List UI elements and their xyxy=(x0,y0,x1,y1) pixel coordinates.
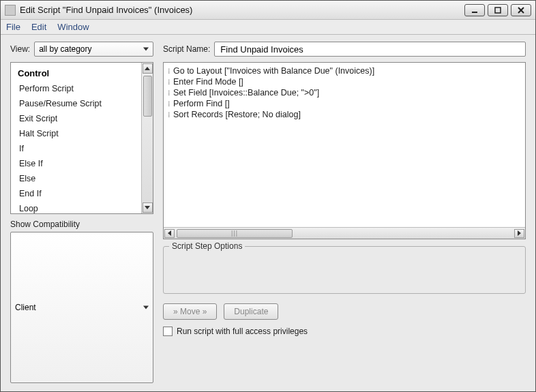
script-step[interactable]: ⁞Sort Records [Restore; No dialog] xyxy=(168,109,521,120)
hscroll-thumb[interactable]: ||| xyxy=(177,229,293,238)
menu-file[interactable]: File xyxy=(6,22,20,32)
script-step-text: Set Field [Invoices::Balance Due; ">0"] xyxy=(173,88,319,97)
script-name-value: Find Unpaid Invoices xyxy=(220,44,303,55)
script-step-options-group: Script Step Options xyxy=(163,246,526,294)
steps-hscrollbar[interactable]: ||| xyxy=(164,227,525,239)
script-step-text: Go to Layout ["Invoices with Balance Due… xyxy=(173,66,374,76)
menubar: File Edit Window xyxy=(1,20,535,35)
hscroll-left-button[interactable] xyxy=(164,229,175,238)
script-steps-list: ⁞Go to Layout ["Invoices with Balance Du… xyxy=(163,62,526,239)
script-step-text: Sort Records [Restore; No dialog] xyxy=(173,110,301,119)
view-row: View: all by category xyxy=(10,42,153,57)
script-name-input[interactable]: Find Unpaid Invoices xyxy=(214,42,526,57)
duplicate-button[interactable]: Duplicate xyxy=(224,303,278,320)
script-step[interactable]: ⁞Enter Find Mode [] xyxy=(168,76,521,87)
dialog-body: View: all by category Control Perform Sc… xyxy=(1,35,535,391)
edit-script-window: Edit Script "Find Unpaid Invoices" (Invo… xyxy=(0,0,536,392)
view-dropdown[interactable]: all by category xyxy=(34,42,153,57)
svg-rect-1 xyxy=(495,7,501,13)
titlebar: Edit Script "Find Unpaid Invoices" (Invo… xyxy=(1,1,535,20)
chevron-up-icon xyxy=(145,67,150,70)
script-step[interactable]: ⁞Set Field [Invoices::Balance Due; ">0"] xyxy=(168,87,521,98)
catalog-item[interactable]: If xyxy=(12,141,140,156)
script-step[interactable]: ⁞Go to Layout ["Invoices with Balance Du… xyxy=(168,65,521,76)
view-label: View: xyxy=(10,44,30,54)
catalog-scrollbar[interactable] xyxy=(141,63,153,213)
scroll-down-button[interactable] xyxy=(143,202,153,213)
minimize-button[interactable] xyxy=(464,4,485,16)
window-buttons xyxy=(464,4,531,16)
drag-handle-icon[interactable]: ⁞ xyxy=(168,67,169,76)
catalog-item[interactable]: Perform Script xyxy=(12,81,140,96)
catalog-item[interactable]: Exit Script xyxy=(12,111,140,126)
drag-handle-icon[interactable]: ⁞ xyxy=(168,78,169,87)
catalog-item[interactable]: Else If xyxy=(12,156,140,171)
menu-edit[interactable]: Edit xyxy=(31,22,46,32)
view-dropdown-value: all by category xyxy=(39,44,91,54)
move-button[interactable]: » Move » xyxy=(163,303,217,320)
scroll-thumb[interactable] xyxy=(143,76,152,117)
steps-inner: ⁞Go to Layout ["Invoices with Balance Du… xyxy=(164,63,525,227)
close-button[interactable] xyxy=(511,4,531,16)
maximize-button[interactable] xyxy=(488,4,508,16)
full-access-row: Run script with full access privileges xyxy=(163,327,526,336)
catalog-category-header: Control xyxy=(12,65,140,81)
script-name-row: Script Name: Find Unpaid Invoices xyxy=(163,42,526,57)
window-title: Edit Script "Find Unpaid Invoices" (Invo… xyxy=(20,5,464,15)
catalog-inner: Control Perform ScriptPause/Resume Scrip… xyxy=(11,63,141,213)
script-steps-catalog: Control Perform ScriptPause/Resume Scrip… xyxy=(10,62,153,214)
drag-handle-icon[interactable]: ⁞ xyxy=(168,100,169,108)
minimize-icon xyxy=(471,6,479,14)
script-step[interactable]: ⁞Perform Find [] xyxy=(168,98,521,109)
left-column: View: all by category Control Perform Sc… xyxy=(10,42,153,383)
right-column: Script Name: Find Unpaid Invoices ⁞Go to… xyxy=(163,42,526,383)
close-icon xyxy=(517,6,525,14)
scroll-up-button[interactable] xyxy=(143,63,153,74)
app-icon xyxy=(5,5,16,16)
drag-handle-icon[interactable]: ⁞ xyxy=(168,89,169,97)
script-name-label: Script Name: xyxy=(163,44,210,54)
hscroll-right-button[interactable] xyxy=(514,229,524,238)
catalog-item[interactable]: Loop xyxy=(12,201,140,213)
chevron-left-icon xyxy=(168,230,171,236)
catalog-item[interactable]: Else xyxy=(12,171,140,186)
chevron-right-icon xyxy=(518,230,521,236)
drag-handle-icon[interactable]: ⁞ xyxy=(168,110,169,119)
catalog-item[interactable]: Halt Script xyxy=(12,126,140,141)
show-compat-label: Show Compatibility xyxy=(10,220,153,229)
full-access-label: Run script with full access privileges xyxy=(177,327,308,336)
catalog-item[interactable]: End If xyxy=(12,186,140,201)
maximize-icon xyxy=(494,6,502,14)
chevron-down-icon xyxy=(145,206,150,209)
show-compat-value: Client xyxy=(15,303,36,312)
script-step-text: Perform Find [] xyxy=(173,99,230,108)
script-step-text: Enter Find Mode [] xyxy=(173,77,243,87)
menu-window[interactable]: Window xyxy=(57,22,89,32)
catalog-item[interactable]: Pause/Resume Script xyxy=(12,96,140,111)
full-access-checkbox[interactable] xyxy=(163,327,173,336)
button-row: » Move » Duplicate xyxy=(163,303,526,320)
script-step-options-label: Script Step Options xyxy=(169,241,245,251)
show-compat-dropdown[interactable]: Client xyxy=(10,232,153,384)
